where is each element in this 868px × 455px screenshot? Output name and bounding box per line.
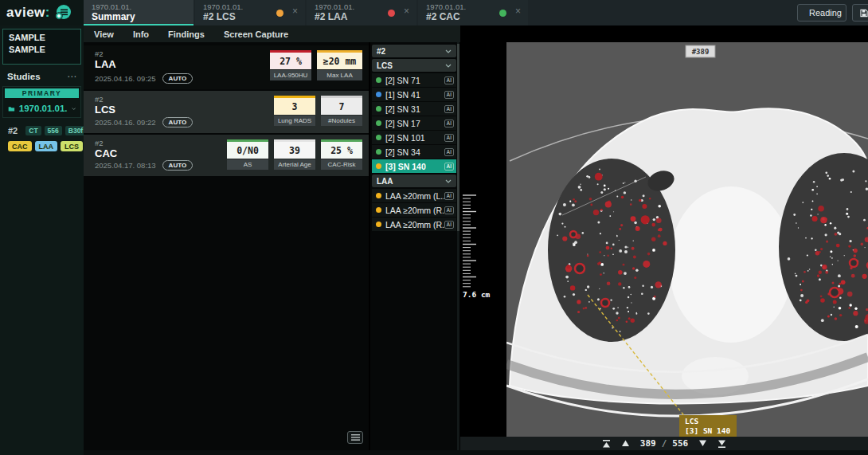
finding-label: [2] SN 17 xyxy=(385,119,420,128)
tab-laa[interactable]: 1970.01.01. #2 LAA × xyxy=(307,0,416,25)
finding-item[interactable]: [1] SN 41 AI xyxy=(372,88,456,101)
metric-label: AS xyxy=(227,159,268,170)
close-icon[interactable]: × xyxy=(404,6,409,16)
metric-value: 25 % xyxy=(321,139,362,159)
tab-title: #2 LAA xyxy=(315,11,410,23)
scrollbar-thumb[interactable] xyxy=(457,44,459,231)
summary-row-lcs[interactable]: #2 LCS 2025.04.16. 09:22 AUTO 3 Lung RAD… xyxy=(84,91,369,133)
ai-badge: AI xyxy=(444,134,455,142)
finding-item[interactable]: [2] SN 31 AI xyxy=(372,102,456,116)
save-button[interactable] xyxy=(852,4,868,22)
finding-item[interactable]: [2] SN 71 AI xyxy=(372,73,456,87)
finding-item-selected[interactable]: [3] SN 140 AI xyxy=(372,159,456,173)
tag-laa: LAA xyxy=(35,141,58,151)
svg-text:LCS: LCS xyxy=(685,417,698,426)
tab-summary[interactable]: 1970.01.01. Summary xyxy=(84,0,194,25)
tab-date: 1970.01.01. xyxy=(315,2,410,11)
current-slice: 389 xyxy=(640,438,656,449)
scrollbar[interactable] xyxy=(457,42,459,450)
reading-button[interactable]: Reading xyxy=(797,4,846,22)
finding-item[interactable]: [2] SN 101 AI xyxy=(372,131,456,144)
modality-badge: CT xyxy=(25,126,41,135)
finding-item[interactable]: LAA ≥20mm (L... AI xyxy=(372,189,456,202)
first-slice-button[interactable] xyxy=(602,440,611,448)
status-dot-icon xyxy=(388,10,395,17)
nav-next-icon xyxy=(698,440,707,447)
logo-text: aview: xyxy=(6,5,50,21)
finding-dot-icon xyxy=(376,106,381,112)
close-icon[interactable]: × xyxy=(515,6,521,16)
series-row[interactable]: #2 CT 556 B30f xyxy=(0,118,84,135)
menu-findings[interactable]: Findings xyxy=(168,29,205,39)
patient-item[interactable]: SAMPLE xyxy=(9,32,75,44)
auto-badge: AUTO xyxy=(162,73,194,84)
ai-badge: AI xyxy=(444,120,455,127)
metric-as: 0/N0 AS xyxy=(227,139,268,170)
nav-last-icon xyxy=(717,440,726,448)
metric-label: Arterial Age xyxy=(274,159,315,170)
series-select[interactable]: #2 xyxy=(372,45,456,57)
finding-item[interactable]: LAA ≥20mm (R... AI xyxy=(372,218,456,231)
status-dot-icon xyxy=(499,10,506,17)
nodule-annotation[interactable]: LCS [3] SN 140 xyxy=(679,415,737,437)
next-slice-button[interactable] xyxy=(698,440,707,447)
finding-item[interactable]: [2] SN 34 AI xyxy=(372,145,456,159)
menu-view[interactable]: View xyxy=(94,29,114,39)
tab-lcs[interactable]: 1970.01.01. #2 LCS × xyxy=(195,0,305,25)
slice-separator: / xyxy=(662,438,667,449)
finding-dot-icon xyxy=(376,77,381,83)
row-datetime: 2025.04.17. 08:13 xyxy=(95,161,156,170)
metric-value: 39 xyxy=(274,139,315,159)
svg-text:[3] SN 140: [3] SN 140 xyxy=(685,426,730,435)
finding-item[interactable]: [2] SN 17 AI xyxy=(372,116,456,130)
more-icon[interactable]: ⋯ xyxy=(67,73,76,80)
row-series: #2 xyxy=(95,95,104,104)
metric-label: #Nodules xyxy=(321,116,362,126)
previous-slice-button[interactable] xyxy=(621,440,630,447)
nav-first-icon xyxy=(602,440,611,448)
close-icon[interactable]: × xyxy=(292,6,298,16)
patient-list: SAMPLE SAMPLE xyxy=(2,29,81,65)
folder-icon xyxy=(8,104,15,113)
patient-item[interactable]: SAMPLE xyxy=(9,44,75,56)
tab-date: 1970.01.01. xyxy=(426,2,522,11)
metric-value: 3 xyxy=(274,96,315,115)
row-datetime: 2025.04.16. 09:25 xyxy=(95,74,156,83)
summary-row-cac[interactable]: #2 CAC 2025.04.17. 08:13 AUTO 0/N0 AS 39… xyxy=(84,135,369,176)
metric-label: CAC-Risk xyxy=(321,159,362,170)
nav-prev-icon xyxy=(621,440,630,447)
menu-screen-capture[interactable]: Screen Capture xyxy=(224,29,288,39)
metric-label: Max LAA xyxy=(317,70,362,80)
last-slice-button[interactable] xyxy=(717,440,726,448)
finding-label: [2] SN 34 xyxy=(385,147,420,157)
summary-panel: #2 LAA 2025.04.16. 09:25 AUTO 27 % LAA-9… xyxy=(84,42,369,450)
group-select-laa[interactable]: LAA xyxy=(372,175,456,187)
series-id: #2 xyxy=(8,126,18,135)
chevron-down-icon[interactable] xyxy=(72,107,76,111)
group-select-lcs[interactable]: LCS xyxy=(372,59,456,72)
auto-badge: AUTO xyxy=(162,117,194,127)
finding-dot-icon xyxy=(376,222,381,227)
primary-badge: PRIMARY xyxy=(5,88,79,98)
finding-item[interactable]: LAA ≥20mm (R... AI xyxy=(372,203,456,217)
analysis-tags: CAC LAA LCS xyxy=(0,135,84,151)
slice-counter: 389 / 556 xyxy=(640,438,688,449)
ct-image: 7.6 cm #389 LCS [3] SN 140 xyxy=(460,25,868,437)
metric-value: 27 % xyxy=(270,50,311,69)
menu-info[interactable]: Info xyxy=(133,29,149,39)
study-row[interactable]: 1970.01.01. xyxy=(3,100,80,117)
finding-dot-icon xyxy=(376,193,381,198)
study-date: 1970.01.01. xyxy=(19,104,68,113)
layout-list-button[interactable] xyxy=(347,431,363,444)
save-icon xyxy=(860,9,868,18)
ai-badge: AI xyxy=(444,105,455,113)
metric-nodules: 7 #Nodules xyxy=(321,96,362,126)
tab-cac[interactable]: 1970.01.01. #2 CAC × xyxy=(418,0,528,25)
sidebar: SAMPLE SAMPLE Studies ⋯ PRIMARY 1970.01.… xyxy=(0,25,84,455)
finding-label: [2] SN 31 xyxy=(385,104,420,114)
metric-label: Lung RADS xyxy=(274,116,315,126)
study-card[interactable]: PRIMARY 1970.01.01. xyxy=(2,86,81,118)
tab-title: Summary xyxy=(92,11,187,23)
summary-row-laa[interactable]: #2 LAA 2025.04.16. 09:25 AUTO 27 % LAA-9… xyxy=(84,45,369,89)
ct-viewport[interactable]: 7.6 cm #389 LCS [3] SN 140 xyxy=(460,25,868,437)
